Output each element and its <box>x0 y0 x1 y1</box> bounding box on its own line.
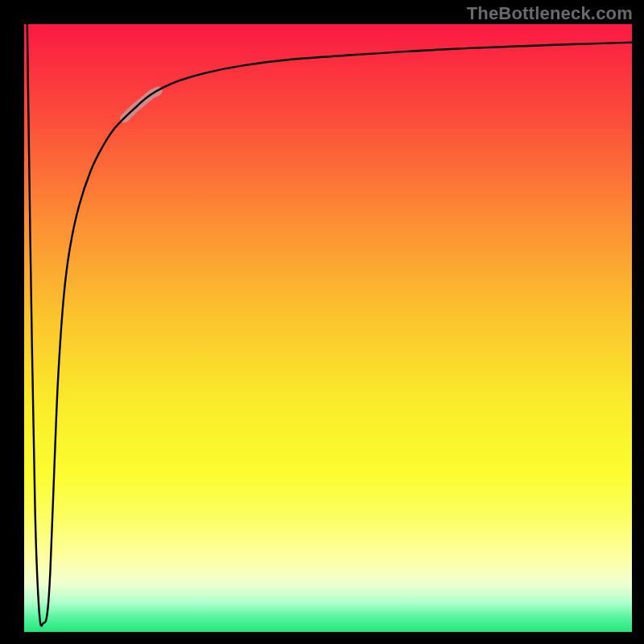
chart-frame: TheBottleneck.com <box>0 0 644 644</box>
watermark-label: TheBottleneck.com <box>467 3 633 24</box>
curve-layer <box>24 24 632 632</box>
bottleneck-curve <box>27 24 632 625</box>
